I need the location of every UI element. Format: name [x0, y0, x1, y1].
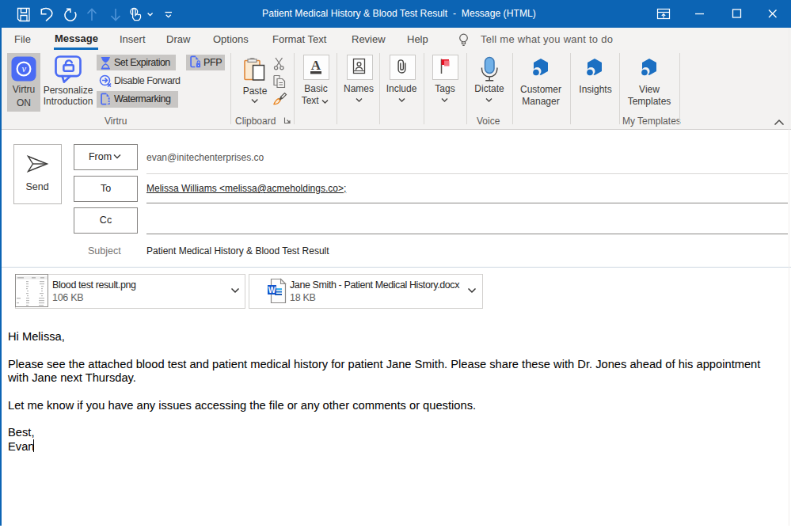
- svg-text:v: v: [21, 63, 26, 74]
- svg-text:W: W: [268, 286, 276, 294]
- svg-text:A: A: [311, 58, 321, 73]
